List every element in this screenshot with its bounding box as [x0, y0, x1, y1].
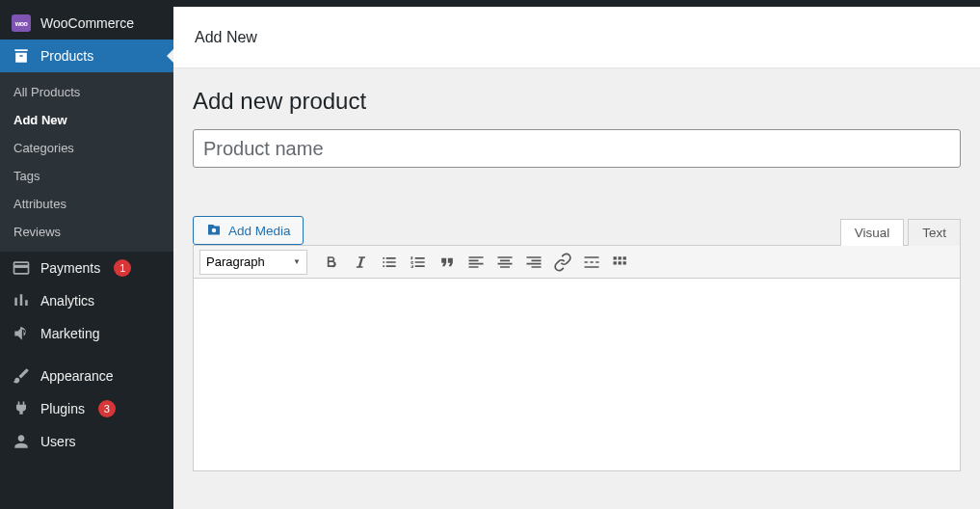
submenu-all-products[interactable]: All Products — [0, 78, 173, 106]
sidebar-item-products[interactable]: Products — [0, 40, 173, 72]
user-icon — [12, 432, 31, 451]
woocommerce-icon — [12, 13, 31, 33]
archive-icon — [12, 46, 31, 66]
bar-chart-icon — [12, 291, 31, 310]
add-media-label: Add Media — [228, 224, 291, 238]
bold-button[interactable] — [317, 248, 346, 277]
align-left-button[interactable] — [462, 248, 490, 277]
products-submenu: All Products Add New Categories Tags Att… — [0, 72, 173, 252]
product-name-input[interactable] — [193, 129, 961, 168]
italic-button[interactable] — [346, 248, 375, 277]
page-header-bar: Add New — [173, 7, 980, 68]
megaphone-icon — [12, 324, 31, 343]
add-media-button[interactable]: Add Media — [193, 216, 304, 245]
sidebar-item-appearance[interactable]: Appearance — [0, 360, 173, 392]
editor-toolbar: Paragraph — [193, 245, 961, 279]
page-title: Add new product — [193, 88, 961, 115]
sidebar-item-label: Plugins — [40, 401, 85, 416]
credit-card-icon — [12, 258, 31, 278]
format-select-label: Paragraph — [206, 254, 265, 269]
sidebar-item-label: Users — [40, 434, 76, 449]
sidebar-item-label: WooCommerce — [40, 15, 134, 31]
bullet-list-button[interactable] — [375, 248, 404, 277]
sidebar-item-marketing[interactable]: Marketing — [0, 317, 173, 350]
toolbar-toggle-button[interactable] — [606, 248, 635, 277]
tab-visual[interactable]: Visual — [840, 219, 905, 246]
align-right-button[interactable] — [519, 248, 548, 277]
sidebar-item-label: Payments — [40, 260, 100, 276]
plugins-badge: 3 — [98, 400, 116, 417]
sidebar-item-label: Appearance — [40, 368, 114, 384]
payments-badge: 1 — [114, 259, 131, 277]
admin-top-strip — [0, 0, 980, 7]
sidebar-item-label: Products — [40, 48, 93, 64]
submenu-attributes[interactable]: Attributes — [0, 190, 173, 218]
page-header-title: Add New — [195, 29, 257, 46]
number-list-button[interactable] — [404, 248, 433, 277]
read-more-button[interactable] — [577, 248, 606, 277]
submenu-add-new[interactable]: Add New — [0, 106, 173, 134]
submenu-tags[interactable]: Tags — [0, 162, 173, 190]
link-button[interactable] — [548, 248, 577, 277]
brush-icon — [12, 366, 31, 386]
sidebar-item-label: Analytics — [40, 293, 94, 308]
sidebar-item-users[interactable]: Users — [0, 425, 173, 458]
submenu-categories[interactable]: Categories — [0, 134, 173, 162]
sidebar-item-payments[interactable]: Payments 1 — [0, 252, 173, 284]
editor-tabs: Visual Text — [840, 218, 961, 245]
sidebar-item-analytics[interactable]: Analytics — [0, 284, 173, 317]
align-center-button[interactable] — [490, 248, 519, 277]
media-icon — [205, 222, 223, 239]
sidebar-item-label: Marketing — [40, 326, 99, 341]
main-content: Add New Add new product Add Media Visual… — [173, 7, 980, 509]
admin-sidebar: WooCommerce Products All Products Add Ne… — [0, 7, 173, 509]
editor-container: Add Media Visual Text Paragraph — [193, 216, 961, 471]
blockquote-button[interactable] — [433, 248, 462, 277]
tab-text[interactable]: Text — [908, 219, 961, 246]
submenu-reviews[interactable]: Reviews — [0, 218, 173, 246]
sidebar-item-plugins[interactable]: Plugins 3 — [0, 392, 173, 425]
sidebar-item-woocommerce[interactable]: WooCommerce — [0, 7, 173, 40]
editor-textarea[interactable] — [193, 279, 961, 471]
plug-icon — [12, 399, 31, 418]
format-select[interactable]: Paragraph — [199, 250, 307, 275]
